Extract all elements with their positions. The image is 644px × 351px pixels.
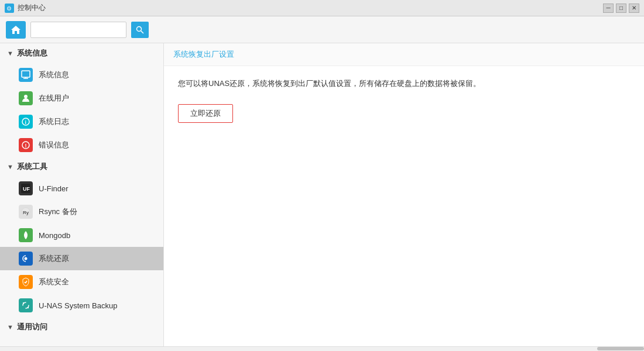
sysinfo-icon xyxy=(19,68,33,82)
svg-text:UF: UF xyxy=(23,186,30,192)
mongodb-label: Mongodb xyxy=(39,231,70,240)
close-button[interactable]: ✕ xyxy=(629,4,639,13)
svg-marker-2 xyxy=(11,26,20,34)
svg-text:i: i xyxy=(25,119,27,125)
app-window: ▼ 系统信息 系统信息 在线用户 i 系统日志 xyxy=(0,16,644,351)
svg-point-3 xyxy=(137,26,142,31)
sidebar-item-online-users[interactable]: 在线用户 xyxy=(0,87,163,110)
title-bar-controls: ─ □ ✕ xyxy=(603,4,639,13)
description-text: 您可以将UNAS还原，系统将恢复到出厂默认值设置，所有储存在硬盘上的数据将被保留… xyxy=(178,78,630,90)
content-body: 您可以将UNAS还原，系统将恢复到出厂默认值设置，所有储存在硬盘上的数据将被保留… xyxy=(164,66,644,135)
sidebar-item-syssecurity[interactable]: 系统安全 xyxy=(0,270,163,294)
content-area: ▼ 系统信息 系统信息 在线用户 i 系统日志 xyxy=(0,43,644,346)
sysinfo-label: 系统信息 xyxy=(39,70,69,80)
bottom-scrollbar xyxy=(0,346,644,351)
online-users-label: 在线用户 xyxy=(39,93,69,104)
nasbackup-label: U-NAS System Backup xyxy=(39,301,117,310)
errorinfo-label: 错误信息 xyxy=(39,140,69,150)
syssecurity-icon xyxy=(19,275,33,289)
svg-point-18 xyxy=(25,257,28,260)
ufinder-label: U-Finder xyxy=(39,184,68,193)
maximize-button[interactable]: □ xyxy=(616,4,626,13)
restore-now-button[interactable]: 立即还原 xyxy=(178,104,233,123)
sidebar-section-sysinfo[interactable]: ▼ 系统信息 xyxy=(0,43,163,63)
sidebar-item-sysinfo[interactable]: 系统信息 xyxy=(0,63,163,87)
svg-text:Ry: Ry xyxy=(23,210,29,215)
sidebar-item-syslog[interactable]: i 系统日志 xyxy=(0,110,163,133)
breadcrumb: 系统恢复出厂设置 xyxy=(164,43,644,66)
title-bar-title: 控制中心 xyxy=(18,3,46,13)
nasbackup-icon xyxy=(19,298,33,312)
sidebar-item-mongodb[interactable]: Mongodb xyxy=(0,223,163,247)
sysrestore-icon xyxy=(19,252,33,266)
online-users-icon xyxy=(19,91,33,105)
rsync-label: Rsync 备份 xyxy=(39,207,77,217)
sidebar-item-sysrestore[interactable]: 系统还原 xyxy=(0,247,163,270)
title-bar-left: ⚙ 控制中心 xyxy=(5,3,46,13)
sidebar-item-rsync[interactable]: Ry Rsync 备份 xyxy=(0,200,163,223)
sidebar-item-nasbackup[interactable]: U-NAS System Backup xyxy=(0,294,163,317)
svg-point-8 xyxy=(24,95,28,98)
toolbar xyxy=(0,16,644,43)
svg-line-4 xyxy=(141,30,144,33)
mongodb-icon xyxy=(19,228,33,242)
breadcrumb-text: 系统恢复出厂设置 xyxy=(173,50,234,58)
search-button[interactable] xyxy=(131,22,149,38)
sidebar: ▼ 系统信息 系统信息 在线用户 i 系统日志 xyxy=(0,43,164,346)
section3-label: 通用访问 xyxy=(17,322,47,332)
rsync-icon: Ry xyxy=(19,205,33,219)
minimize-button[interactable]: ─ xyxy=(603,4,614,13)
sysrestore-label: 系统还原 xyxy=(39,253,69,264)
ufinder-icon: UF xyxy=(19,181,33,195)
sidebar-item-ufinder[interactable]: UF U-Finder xyxy=(0,177,163,200)
sidebar-item-errorinfo[interactable]: ! 错误信息 xyxy=(0,133,163,157)
svg-text:⚙: ⚙ xyxy=(6,5,12,12)
sidebar-section-commonaccess[interactable]: ▼ 通用访问 xyxy=(0,317,163,337)
search-input[interactable] xyxy=(30,22,126,38)
section2-label: 系统工具 xyxy=(17,161,47,172)
syslog-icon: i xyxy=(19,115,33,129)
section1-label: 系统信息 xyxy=(17,48,47,58)
syssecurity-label: 系统安全 xyxy=(39,277,69,287)
svg-text:!: ! xyxy=(25,143,27,149)
title-bar: ⚙ 控制中心 ─ □ ✕ xyxy=(0,0,644,16)
section3-arrow: ▼ xyxy=(7,324,13,331)
search-icon xyxy=(136,26,144,34)
main-content: 系统恢复出厂设置 您可以将UNAS还原，系统将恢复到出厂默认值设置，所有储存在硬… xyxy=(164,43,644,346)
app-icon: ⚙ xyxy=(5,4,14,13)
syslog-label: 系统日志 xyxy=(39,116,69,127)
scrollbar-thumb[interactable] xyxy=(597,347,644,350)
home-button[interactable] xyxy=(6,21,26,39)
section2-arrow: ▼ xyxy=(7,163,13,170)
errorinfo-icon: ! xyxy=(19,138,33,152)
home-icon xyxy=(11,25,21,35)
section1-arrow: ▼ xyxy=(7,50,13,57)
svg-rect-5 xyxy=(22,71,30,77)
sidebar-section-systools[interactable]: ▼ 系统工具 xyxy=(0,157,163,177)
svg-line-20 xyxy=(26,281,28,283)
